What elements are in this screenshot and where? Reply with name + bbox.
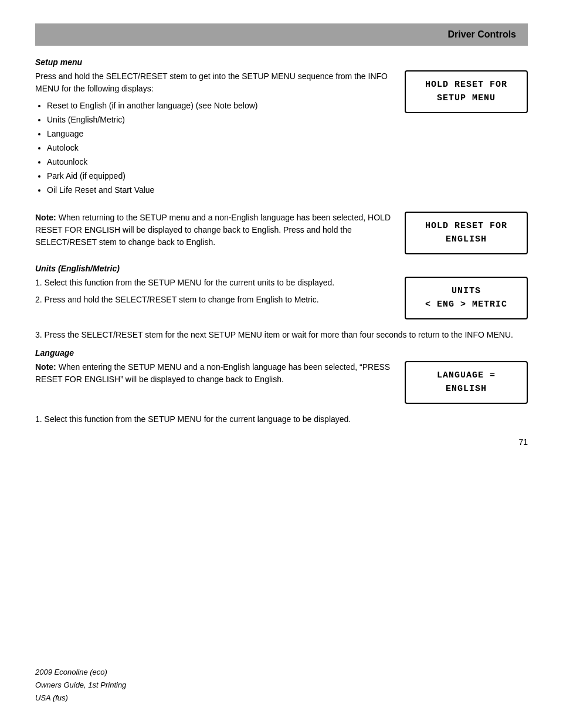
language-display-box: LANGUAGE = ENGLISH bbox=[405, 361, 528, 404]
section-language: Language Note: When entering the SETUP M… bbox=[35, 348, 528, 426]
display-line1: LANGUAGE = bbox=[437, 370, 496, 380]
units-title: Units (English/Metric) bbox=[35, 264, 528, 273]
language-step1: 1. Select this function from the SETUP M… bbox=[35, 413, 528, 426]
section-setup-menu: Setup menu Press and hold the SELECT/RES… bbox=[35, 57, 528, 254]
note-label: Note: bbox=[35, 362, 56, 372]
setup-menu-note-row: Note: When returning to the SETUP menu a… bbox=[35, 212, 528, 254]
setup-menu-title: Setup menu bbox=[35, 57, 528, 67]
header-bar: Driver Controls bbox=[35, 23, 528, 46]
bullet-item: Language bbox=[47, 128, 393, 140]
setup-menu-display-col: HOLD RESET FOR SETUP MENU bbox=[405, 70, 528, 113]
setup-menu-note-display-col: HOLD RESET FOR ENGLISH bbox=[405, 212, 528, 254]
note-text: When entering the SETUP MENU and a non-E… bbox=[35, 362, 390, 384]
header-title: Driver Controls bbox=[448, 29, 516, 39]
footer-line3: USA (fus) bbox=[35, 692, 126, 705]
language-note: Note: When entering the SETUP MENU and a… bbox=[35, 361, 393, 386]
page-number: 71 bbox=[35, 437, 528, 447]
units-step1: 1. Select this function from the SETUP M… bbox=[35, 277, 393, 289]
display-line2: ENGLISH bbox=[446, 234, 487, 244]
language-text-col: Note: When entering the SETUP MENU and a… bbox=[35, 361, 393, 390]
units-step3: 3. Press the SELECT/RESET stem for the n… bbox=[35, 329, 528, 341]
setup-menu-intro-row: Press and hold the SELECT/RESET stem to … bbox=[35, 70, 528, 202]
note-text: When returning to the SETUP menu and a n… bbox=[35, 213, 391, 247]
bullet-item: Autolock bbox=[47, 142, 393, 154]
section-units: Units (English/Metric) 1. Select this fu… bbox=[35, 264, 528, 341]
display-line1: HOLD RESET FOR bbox=[425, 80, 507, 90]
setup-menu-bullets: Reset to English (if in another language… bbox=[47, 100, 393, 196]
setup-menu-intro: Press and hold the SELECT/RESET stem to … bbox=[35, 70, 393, 95]
bullet-item: Autounlock bbox=[47, 156, 393, 168]
setup-menu-note-text-col: Note: When returning to the SETUP menu a… bbox=[35, 212, 393, 253]
bullet-item: Units (English/Metric) bbox=[47, 114, 393, 126]
units-text-col: 1. Select this function from the SETUP M… bbox=[35, 277, 393, 311]
main-content: Setup menu Press and hold the SELECT/RES… bbox=[35, 57, 528, 447]
units-row: 1. Select this function from the SETUP M… bbox=[35, 277, 528, 319]
units-display-box: UNITS < ENG > METRIC bbox=[405, 277, 528, 319]
display-line2: ENGLISH bbox=[446, 384, 487, 394]
language-display-col: LANGUAGE = ENGLISH bbox=[405, 361, 528, 404]
bullet-item: Oil Life Reset and Start Value bbox=[47, 184, 393, 196]
setup-menu-note: Note: When returning to the SETUP menu a… bbox=[35, 212, 393, 249]
bullet-item: Reset to English (if in another language… bbox=[47, 100, 393, 112]
footer-line2: Owners Guide, 1st Printing bbox=[35, 679, 126, 692]
footer-line1: 2009 Econoline (eco) bbox=[35, 666, 126, 679]
language-title: Language bbox=[35, 348, 528, 358]
setup-menu-display-box: HOLD RESET FOR SETUP MENU bbox=[405, 70, 528, 113]
display-line2: < ENG > METRIC bbox=[425, 300, 507, 309]
units-step2: 2. Press and hold the SELECT/RESET stem … bbox=[35, 294, 393, 306]
bullet-item: Park Aid (if equipped) bbox=[47, 170, 393, 182]
display-line1: UNITS bbox=[452, 286, 481, 296]
note-label: Note: bbox=[35, 213, 56, 222]
setup-menu-text-col: Press and hold the SELECT/RESET stem to … bbox=[35, 70, 393, 202]
display-line1: HOLD RESET FOR bbox=[425, 221, 507, 231]
footer: 2009 Econoline (eco) Owners Guide, 1st P… bbox=[35, 666, 126, 705]
units-display-col: UNITS < ENG > METRIC bbox=[405, 277, 528, 319]
language-row: Note: When entering the SETUP MENU and a… bbox=[35, 361, 528, 404]
hold-reset-english-display: HOLD RESET FOR ENGLISH bbox=[405, 212, 528, 254]
display-line2: SETUP MENU bbox=[437, 93, 496, 103]
